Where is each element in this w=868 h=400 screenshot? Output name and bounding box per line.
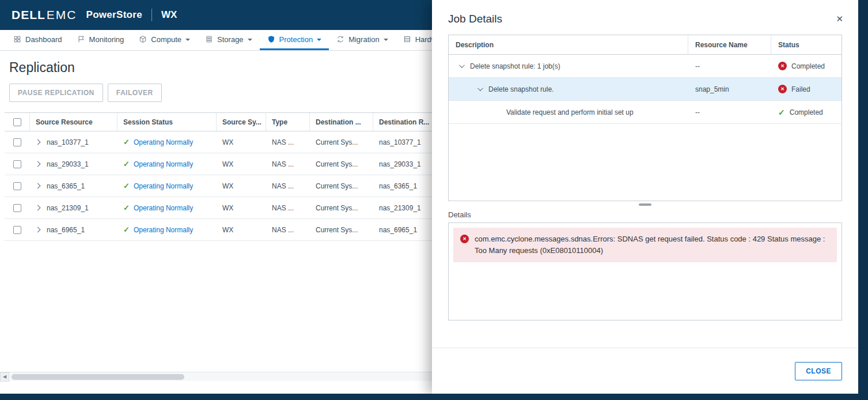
error-icon: ✕ [778,62,787,70]
session-status-link[interactable]: Operating Normally [134,204,193,212]
chevron-down-icon [384,39,388,41]
nav-item-storage[interactable]: Storage [198,30,260,50]
success-check-icon: ✓ [123,203,130,212]
success-check-icon: ✓ [123,182,130,190]
job-steps-table: Description Resource Name Status Delete … [448,35,842,201]
row-checkbox[interactable] [13,182,21,190]
expand-chevron-icon[interactable] [35,161,41,167]
migration-arrows-icon [336,35,344,43]
brand: DELL EMC PowerStore WX [12,8,177,22]
source-resource: nas_21309_1 [47,204,89,212]
row-checkbox[interactable] [13,160,21,168]
table-row[interactable]: nas_6365_1 ✓Operating Normally WX NAS ..… [5,175,467,197]
scroll-left-button[interactable]: ◀ [0,372,9,382]
job-resource-name: snap_5min [688,85,771,93]
error-icon: ✕ [460,235,469,243]
failover-button[interactable]: FAILOVER [108,84,162,102]
expand-chevron-icon[interactable] [35,139,41,145]
table-row[interactable]: nas_6965_1 ✓Operating Normally WX NAS ..… [5,219,467,241]
success-check-icon: ✓ [778,108,785,117]
type-cell: NAS ... [266,160,310,168]
source-system: WX [217,138,266,146]
close-button[interactable]: CLOSE [795,362,842,380]
nav-item-dashboard[interactable]: Dashboard [6,30,70,50]
pause-replication-button[interactable]: PAUSE REPLICATION [9,84,103,102]
session-status-link[interactable]: Operating Normally [134,138,193,146]
scrollbar-thumb[interactable] [12,374,184,380]
header-divider [151,9,152,21]
success-check-icon: ✓ [123,225,130,234]
column-header-source-system[interactable]: Source Sy... [217,113,266,131]
job-row-selected[interactable]: Delete snapshot rule. snap_5min ✕ Failed [449,78,842,101]
expand-chevron-icon[interactable] [35,183,41,189]
nav-item-compute[interactable]: Compute [131,30,198,50]
job-table-header: Description Resource Name Status [449,35,842,55]
chevron-down-icon [185,39,190,41]
select-all-checkbox[interactable] [13,118,21,126]
session-status-link[interactable]: Operating Normally [134,182,193,190]
row-checkbox[interactable] [13,226,21,234]
job-row[interactable]: Delete snapshot rule: 1 job(s) -- ✕ Comp… [449,55,842,78]
replication-table: Source Resource Session Status Source Sy… [5,112,467,241]
column-header-status[interactable]: Status [771,35,842,54]
collapse-chevron-icon[interactable] [459,62,465,68]
window-bottom-edge [0,394,868,400]
expand-chevron-icon[interactable] [35,205,41,211]
destination-cell: Current Sys... [310,182,373,190]
column-header-destination[interactable]: Destination ... [310,113,373,131]
session-status-link[interactable]: Operating Normally [134,226,193,234]
type-cell: NAS ... [266,182,310,190]
destination-cell: Current Sys... [310,138,373,146]
job-status: Completed [791,62,825,70]
job-description: Delete snapshot rule. [488,85,554,93]
details-label: Details [448,210,842,219]
column-header-type[interactable]: Type [266,113,310,131]
row-checkbox[interactable] [13,138,21,146]
panel-resize-handle[interactable] [639,203,651,206]
destination-cell: Current Sys... [310,226,373,234]
nav-label: Monitoring [89,35,124,44]
job-description: Delete snapshot rule: 1 job(s) [470,62,560,70]
nav-label: Protection [279,35,313,44]
nav-label: Dashboard [25,35,62,44]
source-system: WX [217,204,266,212]
app-window: DELL EMC PowerStore WX Dashboard Monitor… [0,0,868,400]
panel-footer: CLOSE [432,348,858,394]
table-row[interactable]: nas_21309_1 ✓Operating Normally WX NAS .… [5,197,467,219]
type-cell: NAS ... [266,138,310,146]
panel-header: Job Details ✕ [432,0,858,35]
nav-label: Compute [151,35,181,44]
chevron-down-icon [317,39,321,41]
nav-label: Migration [348,35,379,44]
table-header-row: Source Resource Session Status Source Sy… [5,112,467,131]
job-row[interactable]: Validate request and perform initial set… [449,101,842,124]
destination-cell: Current Sys... [310,160,373,168]
row-checkbox[interactable] [13,204,21,212]
dashboard-grid-icon [13,35,21,43]
column-header-resource-name[interactable]: Resource Name [688,35,771,54]
horizontal-scrollbar[interactable]: ◀ [0,372,432,381]
window-right-edge [858,0,868,400]
collapse-chevron-icon[interactable] [477,85,483,91]
nav-item-monitoring[interactable]: Monitoring [70,30,132,50]
expand-chevron-icon[interactable] [35,227,41,233]
column-header-source-resource[interactable]: Source Resource [30,113,117,131]
column-header-description[interactable]: Description [449,35,688,54]
job-status: Failed [791,85,810,93]
table-row[interactable]: nas_10377_1 ✓Operating Normally WX NAS .… [5,131,467,153]
close-icon[interactable]: ✕ [836,14,843,24]
storage-stack-icon [205,35,213,43]
type-cell: NAS ... [266,204,310,212]
job-resource-name: -- [688,62,771,70]
product-name: PowerStore [86,9,142,21]
cluster-name[interactable]: WX [161,9,177,21]
success-check-icon: ✓ [123,138,130,146]
nav-item-migration[interactable]: Migration [329,30,395,50]
nav-item-protection[interactable]: Protection [260,30,329,50]
session-status-link[interactable]: Operating Normally [134,160,193,168]
column-header-session-status[interactable]: Session Status [117,113,217,131]
table-row[interactable]: nas_29033_1 ✓Operating Normally WX NAS .… [5,153,467,175]
source-resource: nas_10377_1 [47,138,89,146]
error-icon: ✕ [778,85,787,93]
compute-cube-icon [139,35,147,43]
